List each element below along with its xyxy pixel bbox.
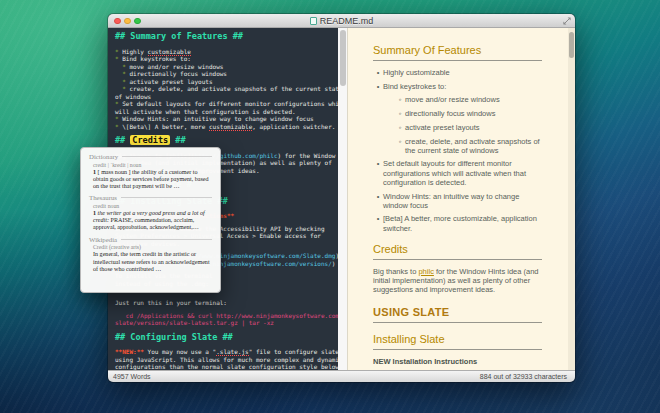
preview-list-text: [Beta] A better, more customizable, appl… xyxy=(383,214,542,232)
preview-list-item: ◦create, delete, and activate snapshots … xyxy=(395,137,542,155)
preview-scrollbar[interactable] xyxy=(568,28,575,370)
preview-link[interactable]: philc xyxy=(418,267,433,276)
editor-line: slate/versions/slate-latest.tar.gz | tar… xyxy=(115,319,338,327)
editor-text-segment: ) for the Window xyxy=(278,152,336,159)
bullet-marker: • xyxy=(373,68,383,77)
preview-list-text: Highly customizable xyxy=(383,68,450,77)
preview-list-text: create, delete, and activate snapshots o… xyxy=(405,137,542,155)
editor-text-segment: directionally focus windows xyxy=(129,70,227,77)
editor-line: * \[Beta\] A better, more customizable, … xyxy=(115,123,338,131)
editor-text-segment: * xyxy=(115,70,129,77)
preview-list-text: Set default layouts for different monito… xyxy=(383,159,542,187)
popover-entry-term: credit noun xyxy=(93,203,212,209)
bullet-marker: • xyxy=(373,82,383,91)
close-button[interactable] xyxy=(114,18,121,25)
editor-text-segment: \[Beta\] A better, more xyxy=(122,123,209,130)
editor-text-segment: * xyxy=(115,78,129,85)
popover-section: Dictionarycredit | ˈkredit | noun1 [ mas… xyxy=(89,153,212,190)
editor-text-segment: ) xyxy=(332,260,336,267)
editor-text-segment: slate/versions/slate-latest.tar.gz | tar… xyxy=(115,319,274,326)
window-title: README.md xyxy=(320,14,374,28)
popover-section-header: Dictionary xyxy=(89,153,212,160)
word-count: 4957 Words xyxy=(113,373,151,380)
preview-text: NEW Installation Instructions xyxy=(373,357,477,366)
editor-text-segment: **NEW:** xyxy=(115,348,144,355)
preview-text: Big thanks to xyxy=(373,267,418,276)
editor-line: * create, delete, and activate snapshots… xyxy=(115,85,338,93)
preview-list-item: •Highly customizable xyxy=(373,68,542,77)
preview-paragraph: NEW Installation Instructions xyxy=(373,357,542,366)
preview-list-item: ◦activate preset layouts xyxy=(395,123,542,132)
editor-text-segment: ## Configuring Slate ## xyxy=(115,332,233,342)
editor-line: ## Configuring Slate ## xyxy=(115,332,338,344)
editor-text-segment: Set default layouts for different monito… xyxy=(122,100,338,107)
preview-scrollbar-thumb[interactable] xyxy=(569,32,574,58)
preview-paragraph: Big thanks to philc for the Window Hints… xyxy=(373,267,542,295)
preview-list-item: •Window Hints: an intuitive way to chang… xyxy=(373,192,542,210)
preview-heading: Credits xyxy=(373,243,542,260)
editor-line: * activate preset layouts xyxy=(115,78,338,86)
character-count: 884 out of 32933 characters xyxy=(480,373,567,380)
bullet-marker: • xyxy=(373,192,383,210)
editor-line: * Set default layouts for different moni… xyxy=(115,100,338,108)
editor-text-segment: ## xyxy=(115,135,130,145)
minimize-button[interactable] xyxy=(124,18,131,25)
preview-list-text: Bind keystrokes to: xyxy=(383,82,446,91)
popover-definition: In general, the term credit in the artis… xyxy=(93,251,212,273)
fullscreen-icon[interactable] xyxy=(563,17,571,25)
popover-definition-segment: [ mass noun ] the ability of a customer … xyxy=(93,169,209,190)
editor-text-segment: Just run this in your terminal: xyxy=(115,299,227,306)
editor-scrollbar-thumb[interactable] xyxy=(340,30,346,86)
editor-text-segment: You may now use a " xyxy=(144,348,216,355)
editor-text-segment: cd /Applications && curl http://www.ninj… xyxy=(115,312,338,319)
editor-text-segment: , application switcher. xyxy=(252,123,335,130)
popover-definition: 1 [ mass noun ] the ability of a custome… xyxy=(93,169,212,191)
dictionary-lookup-popover: Dictionarycredit | ˈkredit | noun1 [ mas… xyxy=(80,147,221,293)
editor-text-segment: Window Hints: an intuitive way to change… xyxy=(122,115,313,122)
editor-scrollbar[interactable] xyxy=(338,28,348,370)
editor-text-segment: of windows xyxy=(115,93,151,100)
editor-line: * Bind keystrokes to: xyxy=(115,55,338,63)
editor-text-segment: create, delete, and activate snapshots o… xyxy=(129,85,338,92)
popover-header-rule xyxy=(121,197,212,198)
bullet-marker: ◦ xyxy=(395,95,405,104)
editor-text-segment: * xyxy=(115,85,129,92)
preview-list-item: ◦directionally focus windows xyxy=(395,109,542,118)
bullet-marker: • xyxy=(373,159,383,187)
editor-line: * directionally focus windows xyxy=(115,70,338,78)
preview-list-text: directionally focus windows xyxy=(405,109,495,118)
popover-section: WikipediaCredit (creative arts)In genera… xyxy=(89,236,212,273)
popover-entry-term: Credit (creative arts) xyxy=(93,244,212,250)
editor-text-segment: ## xyxy=(170,135,185,145)
popover-definition-segment: In general, the term credit in the artis… xyxy=(93,251,210,272)
editor-text-segment: move and/or resize windows xyxy=(129,63,223,70)
status-bar: 4957 Words 884 out of 32933 characters xyxy=(108,370,575,382)
editor-line: Just run this in your terminal: xyxy=(115,299,338,307)
document-icon xyxy=(310,17,317,25)
editor-line: configurations than the normal slate con… xyxy=(115,363,338,370)
editor-text-segment: configurations than the normal slate con… xyxy=(115,363,338,370)
editor-line: will activate when that configuration is… xyxy=(115,108,338,116)
preview-heading: Installing Slate xyxy=(373,333,542,350)
zoom-button[interactable] xyxy=(134,18,141,25)
bullet-marker: ◦ xyxy=(395,123,405,132)
popover-section-title: Dictionary xyxy=(89,153,118,160)
window-titlebar[interactable]: README.md xyxy=(108,14,575,28)
popover-definition: 1 the writer got a very good press and a… xyxy=(93,210,212,232)
editor-text-segment: using JavaScript. This allows for much m… xyxy=(115,356,338,363)
preview-list-item: •[Beta] A better, more customizable, app… xyxy=(373,214,542,232)
bullet-marker: ◦ xyxy=(395,137,405,155)
editor-text-segment: customizable xyxy=(209,123,252,131)
editor-text-segment: " file to configure slate xyxy=(249,348,338,355)
preview-list-text: move and/or resize windows xyxy=(405,95,500,104)
editor-line: * Highly customizable xyxy=(115,48,338,56)
preview-list-item: ◦move and/or resize windows xyxy=(395,95,542,104)
markdown-editor-window: README.md ## Summary of Features ##* Hig… xyxy=(108,14,575,382)
preview-list-item: •Bind keystrokes to: xyxy=(373,82,542,91)
popover-section-title: Wikipedia xyxy=(89,236,117,243)
editor-text-segment: Bind keystrokes to: xyxy=(122,55,191,62)
editor-line: ## Summary of Features ## xyxy=(115,31,338,43)
popover-section: Thesauruscredit noun1 the writer got a v… xyxy=(89,194,212,231)
bullet-marker: ◦ xyxy=(395,109,405,118)
editor-text-segment: Highly xyxy=(122,48,147,55)
